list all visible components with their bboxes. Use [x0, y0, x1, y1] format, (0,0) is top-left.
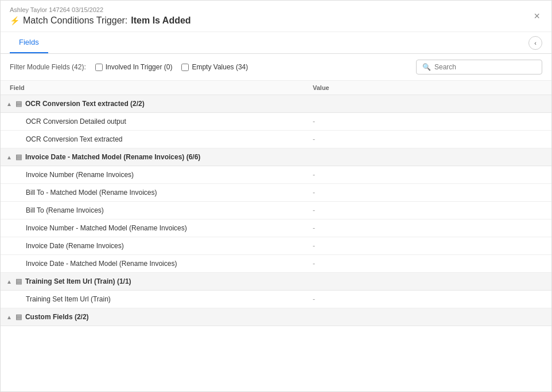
group-icon: ▤: [15, 277, 22, 285]
table-container: Field Value ▲ ▤ OCR Conversion Text extr…: [1, 81, 551, 370]
value-cell: -: [304, 166, 551, 184]
tab-fields[interactable]: Fields: [10, 32, 48, 53]
group-label: Custom Fields (2/2): [25, 313, 89, 321]
value-cell: -: [304, 131, 551, 148]
group-label: Training Set Item Url (Train) (1/1): [25, 277, 131, 285]
header: Ashley Taylor 147264 03/15/2022 ⚡ Match …: [1, 1, 551, 32]
header-title: ⚡ Match Conditions Trigger: Item Is Adde…: [10, 15, 191, 26]
col-header-field: Field: [1, 81, 304, 95]
field-cell: Bill To - Matched Model (Rename Invoices…: [1, 184, 304, 202]
field-cell: Invoice Date (Rename Invoices): [1, 237, 304, 255]
value-cell: -: [304, 237, 551, 255]
value-cell: -: [304, 255, 551, 273]
table-row: Invoice Date - Matched Model (Rename Inv…: [1, 255, 551, 273]
table-row: OCR Conversion Detailed output -: [1, 113, 551, 131]
chevron-icon[interactable]: ▲: [6, 154, 12, 160]
value-cell: -: [304, 219, 551, 237]
trigger-prefix: Match Conditions Trigger:: [23, 15, 127, 26]
search-input[interactable]: [434, 63, 536, 71]
field-cell: Invoice Date - Matched Model (Rename Inv…: [1, 255, 304, 273]
empty-values-checkbox[interactable]: Empty Values (34): [181, 63, 248, 71]
search-icon: 🔍: [422, 63, 431, 71]
group-row: ▲ ▤ Training Set Item Url (Train) (1/1): [1, 273, 551, 291]
group-row: ▲ ▤ Invoice Date - Matched Model (Rename…: [1, 148, 551, 166]
value-cell: -: [304, 113, 551, 131]
group-row: ▲ ▤ OCR Conversion Text extracted (2/2): [1, 95, 551, 113]
nav-arrow-button[interactable]: ‹: [528, 36, 542, 50]
tabs-bar: Fields ‹: [1, 32, 551, 54]
search-box: 🔍: [416, 60, 542, 75]
field-cell: Bill To (Rename Invoices): [1, 202, 304, 219]
empty-values-input[interactable]: [181, 64, 189, 71]
table-row: Invoice Number (Rename Invoices) -: [1, 166, 551, 184]
filter-bar: Filter Module Fields (42): Involved In T…: [1, 54, 551, 81]
fields-table: Field Value ▲ ▤ OCR Conversion Text extr…: [1, 81, 551, 326]
trigger-name: Item Is Added: [131, 15, 191, 26]
chevron-icon[interactable]: ▲: [6, 101, 12, 107]
value-cell: -: [304, 291, 551, 308]
value-cell: -: [304, 202, 551, 219]
involved-trigger-label: Involved In Trigger (0): [106, 63, 173, 71]
group-icon: ▤: [15, 153, 22, 161]
filter-label: Filter Module Fields (42):: [10, 63, 86, 71]
field-cell: Invoice Number - Matched Model (Rename I…: [1, 219, 304, 237]
table-row: Training Set Item Url (Train) -: [1, 291, 551, 308]
involved-trigger-input[interactable]: [95, 64, 103, 71]
bolt-icon: ⚡: [10, 16, 20, 25]
chevron-icon[interactable]: ▲: [6, 314, 12, 320]
table-row: Bill To (Rename Invoices) -: [1, 202, 551, 219]
table-row: Invoice Date (Rename Invoices) -: [1, 237, 551, 255]
empty-values-label: Empty Values (34): [192, 63, 248, 71]
group-label: OCR Conversion Text extracted (2/2): [25, 100, 145, 108]
field-cell: OCR Conversion Text extracted: [1, 131, 304, 148]
field-cell: Invoice Number (Rename Invoices): [1, 166, 304, 184]
table-row: Invoice Number - Matched Model (Rename I…: [1, 219, 551, 237]
group-icon: ▤: [15, 313, 22, 321]
field-cell: Training Set Item Url (Train): [1, 291, 304, 308]
field-cell: OCR Conversion Detailed output: [1, 113, 304, 131]
table-row: OCR Conversion Text extracted -: [1, 131, 551, 148]
header-left: Ashley Taylor 147264 03/15/2022 ⚡ Match …: [10, 6, 191, 26]
group-icon: ▤: [15, 100, 22, 108]
header-subtitle: Ashley Taylor 147264 03/15/2022: [10, 6, 191, 13]
chevron-icon[interactable]: ▲: [6, 279, 12, 285]
col-header-value: Value: [304, 81, 551, 95]
filter-checkboxes: Involved In Trigger (0) Empty Values (34…: [95, 63, 248, 71]
tabs: Fields: [10, 32, 48, 53]
involved-trigger-checkbox[interactable]: Involved In Trigger (0): [95, 63, 173, 71]
group-row: ▲ ▤ Custom Fields (2/2): [1, 308, 551, 326]
group-label: Invoice Date - Matched Model (Rename Inv…: [25, 153, 200, 161]
value-cell: -: [304, 184, 551, 202]
table-row: Bill To - Matched Model (Rename Invoices…: [1, 184, 551, 202]
close-button[interactable]: ×: [531, 9, 542, 23]
